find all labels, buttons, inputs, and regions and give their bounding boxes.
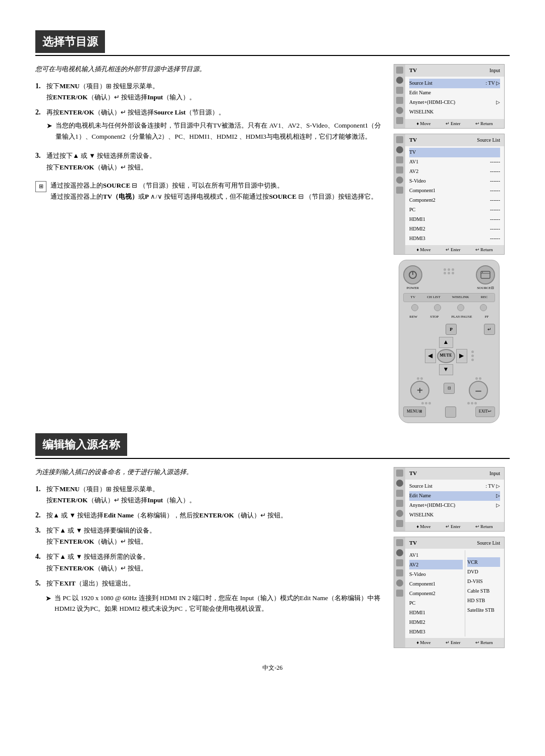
section1-title: 选择节目源 [35, 30, 510, 56]
wiselink-label: WISELINK [452, 295, 469, 300]
section1-step2: 2. 再按ENTER/OK（确认）↵ 按钮选择Source List（节目源）。… [35, 107, 384, 146]
tv-label: TV [411, 295, 415, 300]
square-icon[interactable]: ⊡ [444, 383, 455, 394]
chlist-label: CH LIST [427, 295, 440, 300]
page-number: 中文-26 [35, 663, 510, 673]
playpause-label: PLAY/PAUSE [451, 314, 472, 320]
section1-left: 您可在与电视机输入插孔相连的外部节目源中选择节目源。 1. 按下MENU（项目）… [35, 64, 384, 423]
power-label: POWER [407, 285, 419, 291]
s2b-sidebar-icon-5 [396, 579, 403, 587]
tv-center-btn[interactable] [445, 406, 456, 418]
s2-sidebar-icon-6 [396, 520, 403, 527]
section2-intro: 为连接到输入插口的设备命名，便于进行输入源选择。 [35, 467, 384, 478]
power-button[interactable] [403, 265, 422, 284]
exit-button[interactable]: EXIT↩ [475, 406, 495, 417]
return-button[interactable]: ↵ [484, 324, 495, 335]
section2-right: TV Input Source List : TV ▷ Edit Name [394, 467, 510, 648]
minus-button[interactable]: – [469, 381, 488, 400]
section2: 编辑输入源名称 为连接到输入插口的设备命名，便于进行输入源选择。 1. 按下ME… [35, 433, 510, 648]
ff-button[interactable] [480, 304, 487, 311]
section1: 选择节目源 您可在与电视机输入插孔相连的外部节目源中选择节目源。 1. 按下ME… [35, 30, 510, 423]
section2-step2: 2. 按▲ 或 ▼ 按钮选择Edit Name（名称编辑），然后按ENTER/O… [35, 510, 384, 521]
plus-button[interactable]: + [410, 381, 429, 400]
sidebar-icon-c [396, 156, 403, 163]
section1-body: 您可在与电视机输入插孔相连的外部节目源中选择节目源。 1. 按下MENU（项目）… [35, 64, 510, 423]
section1-step3: 3. 通过按下▲ 或 ▼ 按钮选择所需设备。 按下ENTER/OK（确认）↵ 按… [35, 150, 384, 172]
sidebar-icon-f [396, 187, 403, 194]
s2-sidebar-icon-3 [396, 490, 403, 497]
playpause-button[interactable] [457, 304, 464, 311]
sidebar-icon-2 [396, 77, 403, 84]
rec-label: REC [481, 295, 488, 300]
nav-left[interactable]: ◀ [425, 349, 436, 363]
s2b-sidebar-icon-1 [396, 539, 403, 546]
sidebar-icon-3 [396, 87, 403, 94]
page: 选择节目源 您可在与电视机输入插孔相连的外部节目源中选择节目源。 1. 按下ME… [0, 0, 545, 756]
sidebar-icon-4 [396, 97, 403, 104]
section1-tv2: TV Source List TV AV1------ AV2------ [394, 134, 505, 255]
source-label: SOURCE⊟ [477, 285, 494, 291]
s2-sidebar-icon-5 [396, 510, 403, 517]
sidebar-icon-a [396, 136, 403, 143]
section2-step4: 4. 按下▲ 或 ▼ 按钮选择所需的设备。 按下ENTER/OK（确认）↵ 按钮… [35, 551, 384, 573]
s2-sidebar-icon-1 [396, 470, 403, 477]
sidebar-icon-d [396, 166, 403, 173]
ff-label: FF [485, 314, 489, 320]
source-button[interactable] [476, 265, 495, 284]
stop-button[interactable] [434, 304, 441, 311]
section2-left: 为连接到输入插口的设备命名，便于进行输入源选择。 1. 按下MENU（项目）⊞ … [35, 467, 384, 648]
nav-down[interactable]: ▼ [439, 364, 453, 375]
sidebar-icon-e [396, 177, 403, 184]
s2b-sidebar-icon-4 [396, 569, 403, 576]
stop-label: STOP [430, 314, 439, 320]
section1-right: TV Input Source List : TV ▷ Edit Name [394, 64, 510, 423]
menu-button[interactable]: MENU⊞ [403, 406, 426, 417]
section1-step1: 1. 按下MENU（项目）⊞ 按钮显示菜单。 按ENTER/OK（确认）↵ 按钮… [35, 81, 384, 103]
p-button[interactable]: P [446, 324, 457, 335]
nav-right[interactable]: ▶ [456, 349, 467, 363]
rew-button[interactable] [411, 304, 418, 311]
nav-up[interactable]: ▲ [439, 337, 453, 348]
section2-tv1: TV Input Source List : TV ▷ Edit Name [394, 467, 505, 532]
section2-step5: 5. 按下EXIT（退出）按钮退出。 [35, 578, 384, 589]
remote-control: POWER [394, 260, 505, 423]
section2-step3: 3. 按下▲ 或 ▼ 按钮选择要编辑的设备。 按下ENTER/OK（确认）↵ 按… [35, 525, 384, 547]
s2-sidebar-icon-4 [396, 500, 403, 507]
s2b-sidebar-icon-3 [396, 559, 403, 566]
section2-body: 为连接到输入插口的设备命名，便于进行输入源选择。 1. 按下MENU（项目）⊞ … [35, 467, 510, 648]
sidebar-icon-1 [396, 67, 403, 74]
s2b-sidebar-icon-2 [396, 549, 403, 556]
section1-tv1: TV Input Source List : TV ▷ Edit Name [394, 64, 505, 129]
rew-label: REW [410, 314, 418, 320]
section1-note: ⊞ 通过按遥控器上的SOURCE ⊟ （节目源）按钮，可以在所有可用节目源中切换… [35, 180, 384, 202]
svg-point-4 [482, 272, 483, 273]
section1-intro: 您可在与电视机输入插孔相连的外部节目源中选择节目源。 [35, 64, 384, 75]
section2-tv2: TV Source List AV1 AV2 S-Video Component… [394, 537, 505, 648]
section2-note: ➤ 当 PC 以 1920 x 1080 @ 60Hz 连接到 HDMI IN … [45, 593, 384, 614]
sidebar-icon-6 [396, 117, 403, 124]
section2-step1: 1. 按下MENU（项目）⊞ 按钮显示菜单。 按ENTER/OK（确认）↵ 按钮… [35, 484, 384, 506]
note-icon: ⊞ [35, 181, 46, 192]
section2-title: 编辑输入源名称 [35, 433, 510, 459]
mute-button[interactable]: MUTE [437, 349, 455, 363]
s2-sidebar-icon-2 [396, 480, 403, 487]
s2b-sidebar-icon-6 [396, 590, 403, 597]
sidebar-icon-b [396, 146, 403, 153]
sidebar-icon-5 [396, 107, 403, 114]
